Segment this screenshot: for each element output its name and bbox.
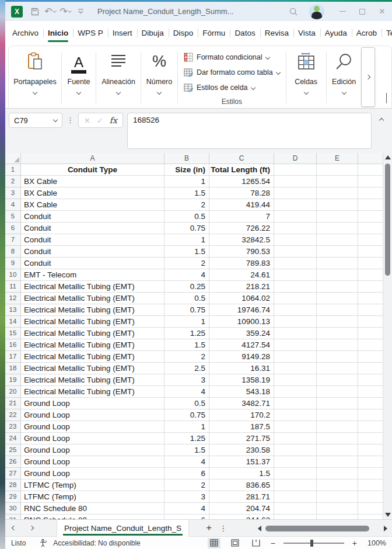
empty-cell[interactable] [358, 304, 383, 316]
cell-total-length[interactable]: 19746.74 [209, 304, 274, 316]
ribbon-tab[interactable]: Archivo [8, 21, 43, 44]
empty-cell[interactable] [358, 433, 383, 444]
row-header[interactable]: 17 [5, 351, 21, 363]
cell-conduit-type[interactable]: LTFMC (Temp) [21, 479, 164, 491]
empty-cell[interactable] [317, 479, 358, 491]
cell-conduit-type[interactable]: Conduit [21, 258, 164, 269]
cell-size[interactable]: 2 [164, 258, 209, 269]
cell-conduit-type[interactable]: Electrical Metallic Tubing (EMT) [21, 339, 164, 351]
insert-function-icon[interactable]: fx [110, 116, 117, 125]
zoom-out-button[interactable]: − [271, 538, 275, 548]
row-header[interactable]: 4 [5, 199, 21, 211]
empty-cell[interactable] [317, 398, 358, 409]
cell-total-length[interactable]: 1265.54 [209, 176, 274, 187]
empty-cell[interactable] [274, 386, 317, 398]
cell-size[interactable]: 0.75 [164, 409, 209, 421]
empty-cell[interactable] [317, 491, 358, 503]
cell-size[interactable]: 2 [164, 351, 209, 363]
empty-cell[interactable] [317, 328, 358, 339]
column-header-c[interactable]: C [209, 153, 274, 164]
empty-cell[interactable] [274, 234, 317, 246]
row-header[interactable]: 10 [5, 269, 21, 281]
name-box[interactable]: C79 [9, 113, 62, 128]
cell-size[interactable]: 1.5 [164, 187, 209, 199]
row-header[interactable]: 8 [5, 246, 21, 258]
empty-cell[interactable] [358, 351, 383, 363]
empty-cell[interactable] [317, 187, 358, 199]
cell-conduit-type[interactable]: Conduit [21, 246, 164, 258]
empty-cell[interactable] [358, 281, 383, 293]
active-sheet-tab[interactable]: Project Name_Conduit_Length_S [57, 520, 189, 537]
cell-conduit-type[interactable]: EMT - Telecom [21, 269, 164, 281]
zoom-level[interactable]: 100% [365, 539, 386, 547]
clipboard-group-button[interactable]: Portapapeles [9, 50, 61, 108]
cell-total-length[interactable]: 10900.13 [209, 316, 274, 328]
cell-total-length[interactable]: 16.31 [209, 363, 274, 374]
row-header[interactable]: 3 [5, 187, 21, 199]
empty-cell[interactable] [358, 479, 383, 491]
cell-conduit-type[interactable]: Conduit [21, 223, 164, 234]
empty-cell[interactable] [317, 281, 358, 293]
cell-total-length[interactable]: 543.18 [209, 386, 274, 398]
conditional-formatting-button[interactable]: Formato condicional [184, 50, 280, 65]
row-header[interactable]: 13 [5, 304, 21, 316]
empty-cell[interactable] [358, 363, 383, 374]
row-header[interactable]: 25 [5, 444, 21, 456]
cell-total-length[interactable]: 726.22 [209, 223, 274, 234]
formula-input[interactable]: 168526 [127, 113, 372, 149]
cell-size[interactable]: 3 [164, 491, 209, 503]
row-header[interactable]: 1 [5, 164, 21, 176]
next-sheet-button[interactable] [23, 526, 40, 530]
redo-button[interactable]: ↷ [58, 5, 73, 19]
cell-conduit-type[interactable]: Ground Loop [21, 444, 164, 456]
font-group-button[interactable]: A Fuente [62, 50, 96, 108]
cell-size-header[interactable]: Size (in) [164, 164, 209, 176]
empty-cell[interactable] [317, 339, 358, 351]
row-header[interactable]: 16 [5, 339, 21, 351]
column-header-d[interactable]: D [274, 153, 317, 164]
empty-cell[interactable] [274, 479, 317, 491]
empty-cell[interactable] [274, 223, 317, 234]
row-header[interactable]: 28 [5, 479, 21, 491]
vertical-scrollbar-thumb[interactable] [385, 164, 390, 276]
user-avatar[interactable] [309, 4, 324, 19]
empty-cell[interactable] [274, 433, 317, 444]
row-header[interactable]: 20 [5, 386, 21, 398]
cell-size[interactable]: 2 [164, 199, 209, 211]
empty-cell[interactable] [317, 351, 358, 363]
empty-cell[interactable] [358, 468, 383, 479]
undo-button[interactable]: ↶ [43, 5, 58, 19]
ribbon-tab[interactable]: Ayuda [320, 21, 352, 44]
cell-conduit-type[interactable]: Ground Loop [21, 433, 164, 444]
empty-cell[interactable] [274, 187, 317, 199]
empty-cell[interactable] [274, 503, 317, 515]
row-header[interactable]: 19 [5, 374, 21, 386]
cell-size[interactable]: 1 [164, 176, 209, 187]
empty-cell[interactable] [358, 339, 383, 351]
row-header[interactable]: 18 [5, 363, 21, 374]
empty-cell[interactable] [274, 339, 317, 351]
empty-cell[interactable] [317, 234, 358, 246]
cell-conduit-type[interactable]: Ground Loop [21, 398, 164, 409]
ribbon-scroll-right-button[interactable] [361, 47, 375, 107]
ribbon-tab[interactable]: Inicio [43, 21, 73, 44]
row-header[interactable]: 21 [5, 398, 21, 409]
cell-size[interactable]: 1.25 [164, 328, 209, 339]
ribbon-tab[interactable]: Terab [382, 21, 392, 44]
cell-size[interactable]: 1.5 [164, 444, 209, 456]
empty-cell[interactable] [358, 199, 383, 211]
close-button[interactable]: ✕ [372, 4, 392, 19]
row-header[interactable]: 23 [5, 421, 21, 433]
column-header-partial[interactable] [358, 153, 383, 164]
row-header[interactable]: 29 [5, 491, 21, 503]
empty-cell[interactable] [358, 293, 383, 304]
new-sheet-button[interactable]: + [202, 522, 216, 534]
empty-cell[interactable] [317, 386, 358, 398]
cell-total-length[interactable]: 281.71 [209, 491, 274, 503]
ribbon-tab[interactable]: Datos [230, 21, 260, 44]
ribbon-tab[interactable]: Acrob [352, 21, 382, 44]
cell-size[interactable]: 1 [164, 316, 209, 328]
cell-total-length-header[interactable]: Total Length (ft) [209, 164, 274, 176]
row-header[interactable]: 12 [5, 293, 21, 304]
cell-size[interactable]: 4 [164, 503, 209, 515]
